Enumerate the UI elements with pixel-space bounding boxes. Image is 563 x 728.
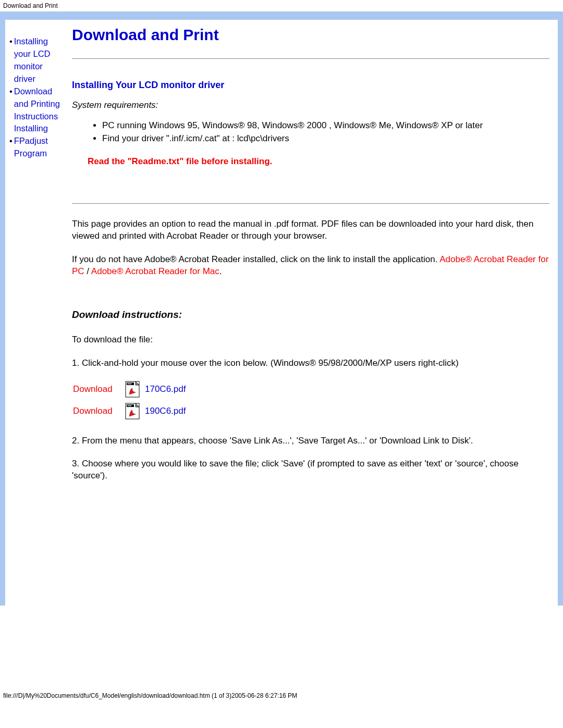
period: . (219, 266, 222, 276)
section-heading-install: Installing Your LCD monitor driver (72, 80, 549, 91)
divider (72, 203, 549, 204)
slash-separator: / (84, 266, 91, 276)
download-step-1: 1. Click-and-hold your mouse over the ic… (72, 357, 549, 369)
pdf-link-170c6[interactable]: 170C6.pdf (145, 384, 186, 394)
bullet-icon: • (9, 85, 13, 98)
requirement-item: Find your driver ".inf/.icm/.cat" at : l… (102, 133, 549, 145)
divider (72, 58, 549, 59)
sidebar-item-download-print: • Download and Printing Instructions Ins… (9, 85, 65, 135)
footer-file-path: file:///D|/My%20Documents/dfu/C6_Model/e… (0, 689, 563, 704)
sidebar-nav: • Installing your LCD monitor driver • D… (5, 20, 67, 606)
pdf-icon[interactable]: PDF (125, 403, 140, 419)
download-step-2: 2. From the menu that appears, choose 'S… (72, 435, 549, 447)
requirement-item: PC running Windows 95, Windows® 98, Wind… (102, 120, 549, 132)
svg-text:PDF: PDF (128, 382, 132, 385)
system-requirements-label: System requirements: (72, 100, 549, 110)
intro-paragraph-2: If you do not have Adobe® Acrobat Reader… (72, 254, 549, 278)
sidebar-item-fpadjust: • FPadjust Program (9, 135, 65, 160)
pdf-icon[interactable]: PDF (125, 381, 140, 398)
svg-text:PDF: PDF (128, 404, 132, 407)
download-label: Download (73, 384, 125, 394)
requirements-list: PC running Windows 95, Windows® 98, Wind… (102, 120, 549, 145)
sidebar-link-download-print[interactable]: Download and Printing Instructions Insta… (14, 85, 65, 135)
browser-header-text: Download and Print (0, 0, 563, 11)
bullet-icon: • (9, 35, 13, 48)
para2-pretext: If you do not have Adobe® Acrobat Reader… (72, 254, 439, 264)
page-title: Download and Print (72, 26, 549, 44)
download-instructions-heading: Download instructions: (72, 309, 549, 320)
pdf-link-190c6[interactable]: 190C6.pdf (145, 406, 186, 416)
intro-paragraph-1: This page provides an option to read the… (72, 218, 549, 242)
download-step-3: 3. Choose where you would like to save t… (72, 458, 549, 482)
download-label: Download (73, 406, 125, 416)
main-content: Download and Print Installing Your LCD m… (67, 20, 558, 606)
acrobat-mac-link[interactable]: Adobe® Acrobat Reader for Mac (91, 266, 219, 276)
download-table: Download PDF 170C6.pdf Download (72, 381, 549, 419)
sidebar-link-fpadjust[interactable]: FPadjust Program (14, 135, 65, 160)
readme-warning: Read the "Readme.txt" file before instal… (72, 156, 549, 167)
download-row: Download PDF 170C6.pdf (73, 381, 549, 398)
bullet-icon: • (9, 135, 13, 147)
content-wrapper: • Installing your LCD monitor driver • D… (5, 19, 558, 606)
download-intro: To download the file: (72, 334, 549, 346)
download-row: Download PDF 190C6.pdf (73, 403, 549, 419)
sidebar-link-install-driver[interactable]: Installing your LCD monitor driver (14, 35, 65, 85)
sidebar-item-install-driver: • Installing your LCD monitor driver (9, 35, 65, 85)
page-frame: • Installing your LCD monitor driver • D… (0, 11, 563, 606)
